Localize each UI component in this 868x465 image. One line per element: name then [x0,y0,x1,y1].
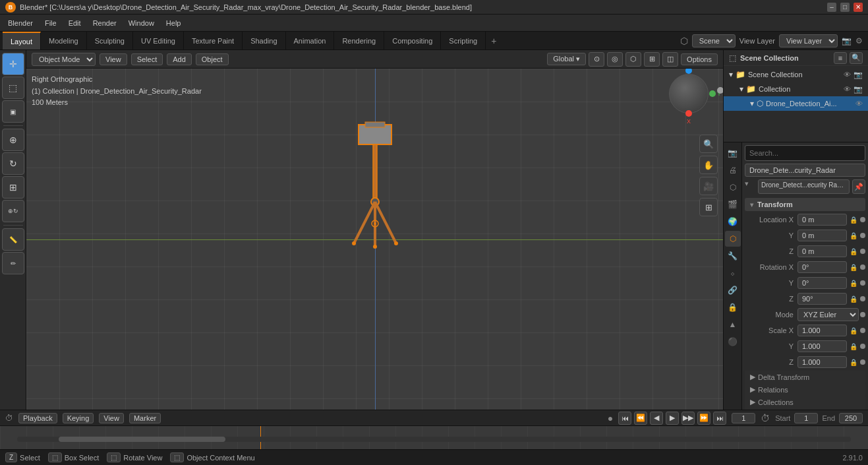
scene-props-icon[interactable]: 🎬 [725,197,741,212]
prev-frame-button[interactable]: ◀ [650,412,663,425]
gizmo-y-axis[interactable] [709,90,716,97]
location-z-lock[interactable]: 🔒 [848,246,859,257]
rotation-x-lock[interactable]: 🔒 [848,262,859,272]
rotation-x-keyframe[interactable] [860,264,865,270]
tab-rendering[interactable]: Rendering [334,32,384,49]
zoom-to-fit-button[interactable]: 🔍 [699,135,718,153]
delta-transform-section[interactable]: ▶ Delta Transform [745,371,865,383]
rotation-mode-select[interactable]: XYZ Euler [797,308,859,321]
collections-section[interactable]: ▶ Collections [745,396,865,408]
location-z-value[interactable]: 0 m [797,245,847,257]
toolbar-move[interactable]: ⊕ [2,129,24,151]
tab-layout[interactable]: Layout [3,32,41,49]
tab-compositing[interactable]: Compositing [384,32,441,49]
scale-z-keyframe[interactable] [860,359,865,365]
tab-animation[interactable]: Animation [286,32,335,49]
tab-uv-editing[interactable]: UV Editing [133,32,184,49]
menu-render[interactable]: Render [88,18,122,28]
output-props-icon[interactable]: 🖨 [725,162,741,178]
play-button[interactable]: ▶ [666,412,679,425]
jump-end-button[interactable]: ⏭ [713,412,726,425]
sync-icon[interactable]: ⏱ [761,413,770,423]
snap-icon[interactable]: ⊙ [589,52,604,67]
rotation-x-value[interactable]: 0° [797,261,847,273]
rotation-z-lock[interactable]: 🔒 [848,294,859,304]
toolbar-transform[interactable]: ⊕↻ [2,200,24,222]
grid-overlay-button[interactable]: ⊞ [699,198,718,216]
view-layer-props-icon[interactable]: ⬡ [725,179,741,195]
view-menu[interactable]: View [100,53,127,65]
select-menu[interactable]: Select [131,53,163,65]
location-x-keyframe[interactable] [860,217,865,222]
menu-blender[interactable]: Blender [3,18,38,28]
render-visibility-icon[interactable]: 📷 [854,71,863,79]
outliner-item-drone[interactable]: ▾ ⬡ Drone_Detection_Ai... 👁 [724,96,868,111]
object-mode-select[interactable]: Object Mode [32,53,96,66]
marker-menu[interactable]: Marker [129,413,161,423]
toolbar-select[interactable]: ⬚ [2,77,24,99]
outliner-search-icon[interactable]: 🔍 [850,52,863,64]
current-frame-display[interactable]: 1 [732,413,755,423]
scale-x-value[interactable]: 1.000 [797,325,847,336]
scale-z-lock[interactable]: 🔒 [848,357,859,367]
viewport-gizmo[interactable]: Y X [662,74,715,127]
material-props-icon[interactable]: ⚫ [725,334,741,350]
tab-scripting[interactable]: Scripting [441,32,486,49]
start-frame-input[interactable]: 1 [794,413,818,423]
mode-keyframe[interactable] [860,312,865,317]
pan-button[interactable]: ✋ [699,156,718,174]
rotation-z-value[interactable]: 90° [797,293,847,305]
toolbar-rotate[interactable]: ↻ [2,152,24,175]
gizmo-sphere[interactable]: Y X [669,74,709,113]
tab-sculpting[interactable]: Sculpting [87,32,133,49]
location-y-keyframe[interactable] [860,233,865,238]
viewport-shading[interactable]: ⬡ [625,52,641,67]
options-button[interactable]: Options [681,53,718,65]
menu-help[interactable]: Help [161,18,187,28]
outliner-item-scene[interactable]: ▾ 📁 Scene Collection 👁 📷 [724,67,868,82]
location-y-lock[interactable]: 🔒 [848,230,859,241]
rotation-z-keyframe[interactable] [860,296,865,301]
tab-shading[interactable]: Shading [243,32,285,49]
next-keyframe-button[interactable]: ⏩ [697,412,710,425]
outliner-item-collection[interactable]: ▾ 📁 Collection 👁 📷 [724,82,868,96]
scene-selector[interactable]: Scene [692,34,736,47]
gizmo-neg-axis[interactable] [717,87,723,94]
location-x-value[interactable]: 0 m [797,214,847,226]
location-z-keyframe[interactable] [860,249,865,254]
prev-keyframe-button[interactable]: ⏪ [634,412,647,425]
object-menu[interactable]: Object [196,53,229,65]
tab-texture-paint[interactable]: Texture Paint [184,32,243,49]
transform-header[interactable]: ▾ Transform [745,198,865,211]
gizmo-z-axis[interactable] [685,69,692,74]
view-layer-selector[interactable]: View Layer [779,34,838,47]
scale-x-lock[interactable]: 🔒 [848,325,859,336]
scale-y-lock[interactable]: 🔒 [848,341,859,352]
global-selector[interactable]: Global ▾ [547,53,586,65]
rotation-y-value[interactable]: 0° [797,277,847,289]
gizmo-x-axis[interactable] [685,110,692,117]
object-name-field[interactable]: Drone_Dete...curity_Radar [745,164,865,177]
outliner-filter-icon[interactable]: ≡ [834,52,847,64]
next-frame-button[interactable]: ▶▶ [681,412,695,425]
toolbar-scale[interactable]: ⊞ [2,176,24,199]
particles-props-icon[interactable]: ⬦ [725,265,741,281]
toolbar-cursor[interactable]: ✛ [2,53,24,75]
properties-search[interactable] [745,145,865,161]
camera-button[interactable]: 🎥 [699,177,718,195]
location-x-lock[interactable]: 🔒 [848,214,859,225]
toolbar-annotate[interactable]: ✏ [2,252,24,274]
scale-y-keyframe[interactable] [860,344,865,349]
relations-section[interactable]: ▶ Relations [745,383,865,396]
menu-file[interactable]: File [40,18,62,28]
visibility-icon-drone[interactable]: 👁 [855,100,863,108]
scale-y-value[interactable]: 1.000 [797,340,847,352]
render-visibility-col[interactable]: 📷 [854,85,863,94]
scrollbar-thumb[interactable] [59,437,225,442]
add-workspace-button[interactable]: + [486,32,502,49]
xray-icon[interactable]: ◫ [662,52,678,67]
menu-window[interactable]: Window [123,18,159,28]
rotation-y-lock[interactable]: 🔒 [848,278,859,288]
timeline-body[interactable]: -30 0 50 100 120 150 180 210 240 ◀ ▶ [0,426,868,449]
mesh-pin-icon[interactable]: 📌 [852,179,865,194]
